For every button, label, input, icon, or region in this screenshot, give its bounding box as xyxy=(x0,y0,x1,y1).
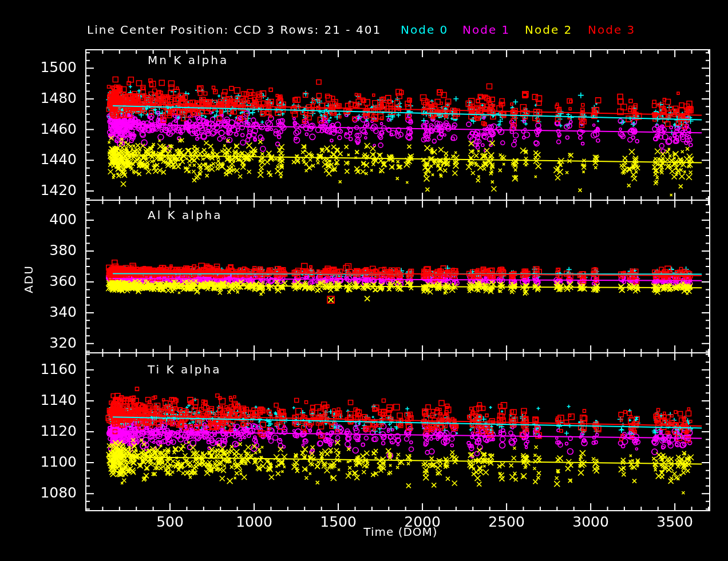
x-tick-label: 3000 xyxy=(559,514,622,530)
y-tick-label: 1500 xyxy=(24,59,77,75)
legend-node-2: Node 2 xyxy=(525,23,572,37)
chart-canvas xyxy=(0,0,728,561)
x-tick-label: 2500 xyxy=(475,514,538,530)
x-tick-label: 2000 xyxy=(391,514,454,530)
panel-title-al-k-alpha: Al K alpha xyxy=(148,208,223,222)
panel-title-ti-k-alpha: Ti K alpha xyxy=(148,363,221,376)
y-tick-label: 320 xyxy=(24,335,77,351)
legend-node-3: Node 3 xyxy=(588,23,635,37)
y-tick-label: 1460 xyxy=(24,121,77,137)
legend-node-0: Node 0 xyxy=(401,23,448,37)
x-tick-label: 1000 xyxy=(223,514,286,530)
x-tick-label: 3500 xyxy=(643,514,706,530)
y-tick-label: 380 xyxy=(24,242,77,258)
y-tick-label: 1480 xyxy=(24,90,77,106)
y-tick-label: 340 xyxy=(24,304,77,320)
legend-node-1: Node 1 xyxy=(462,23,510,37)
y-tick-label: 360 xyxy=(24,273,77,289)
y-tick-label: 1080 xyxy=(24,484,77,501)
y-tick-label: 400 xyxy=(24,211,77,228)
panel-title-mn-k-alpha: Mn K alpha xyxy=(148,53,228,67)
y-tick-label: 1420 xyxy=(24,182,77,198)
y-tick-label: 1100 xyxy=(24,453,77,470)
y-tick-label: 1120 xyxy=(24,423,77,439)
x-tick-label: 1500 xyxy=(307,514,370,530)
y-tick-label: 1440 xyxy=(24,151,77,168)
legend: Node 0 Node 1 Node 2 Node 3 xyxy=(0,23,728,38)
line-center-position-figure: Line Center Position: CCD 3 Rows: 21 - 4… xyxy=(0,0,728,561)
y-tick-label: 1160 xyxy=(24,361,77,377)
x-tick-label: 500 xyxy=(139,514,201,530)
y-tick-label: 1140 xyxy=(24,392,77,408)
